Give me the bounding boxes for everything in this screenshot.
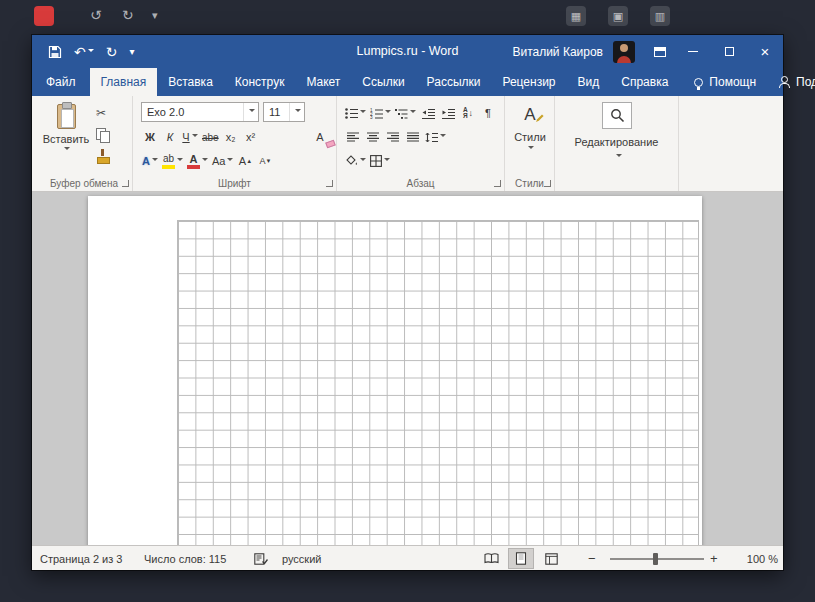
show-marks-button[interactable]: ¶ bbox=[479, 103, 497, 123]
titlebar[interactable]: ↶ ↻ ▾ Lumpics.ru - Word Виталий Каиров × bbox=[32, 35, 783, 68]
share-button[interactable]: Поделиться bbox=[767, 68, 815, 96]
close-icon: × bbox=[761, 43, 770, 60]
align-left-button[interactable] bbox=[344, 127, 362, 147]
tab-mailings[interactable]: Рассылки bbox=[416, 68, 492, 96]
zoom-level[interactable]: 100 % bbox=[734, 546, 778, 571]
justify-button[interactable] bbox=[404, 127, 422, 147]
maximize-icon bbox=[725, 47, 734, 56]
assistant-button[interactable]: Помощн bbox=[683, 68, 767, 96]
increase-indent-button[interactable] bbox=[439, 103, 457, 123]
highlight-color-button[interactable]: ab bbox=[161, 151, 184, 171]
numbering-button[interactable]: 123 bbox=[369, 103, 392, 123]
zoom-slider[interactable] bbox=[610, 546, 704, 571]
sort-button[interactable]: АЯ↓ bbox=[459, 103, 477, 123]
format-painter-button[interactable] bbox=[96, 148, 122, 165]
maximize-button[interactable] bbox=[711, 35, 747, 68]
borders-button[interactable] bbox=[369, 151, 391, 171]
font-size-combo[interactable]: 11 bbox=[263, 102, 305, 122]
italic-button[interactable]: К bbox=[161, 127, 179, 147]
cut-button[interactable]: ✂ bbox=[96, 104, 122, 121]
print-layout-button[interactable] bbox=[508, 546, 534, 571]
text-effects-button[interactable]: А bbox=[141, 151, 159, 171]
redo-button[interactable]: ↻ bbox=[106, 45, 118, 59]
subscript-button[interactable]: х₂ bbox=[222, 127, 240, 147]
change-case-button[interactable]: Aa bbox=[211, 151, 234, 171]
save-icon[interactable] bbox=[48, 45, 62, 59]
document-page[interactable] bbox=[88, 196, 702, 545]
proofing-button[interactable] bbox=[254, 546, 268, 571]
shading-dropdown-icon bbox=[360, 158, 366, 164]
tab-home[interactable]: Главная bbox=[90, 68, 158, 96]
paste-button[interactable]: Вставить bbox=[42, 101, 90, 173]
word-count[interactable]: Число слов: 115 bbox=[144, 546, 226, 571]
close-button[interactable]: × bbox=[747, 35, 783, 68]
tab-view[interactable]: Вид bbox=[567, 68, 611, 96]
align-center-button[interactable] bbox=[364, 127, 382, 147]
svg-text:3: 3 bbox=[370, 115, 373, 119]
assistant-label: Помощн bbox=[709, 75, 756, 89]
shading-button[interactable] bbox=[344, 151, 367, 171]
find-button[interactable] bbox=[602, 102, 632, 129]
highlight-color-bar bbox=[162, 165, 175, 169]
line-spacing-button[interactable] bbox=[424, 127, 447, 147]
styles-dialog-launcher[interactable] bbox=[544, 180, 551, 187]
editing-dropdown-icon[interactable] bbox=[616, 154, 622, 160]
grow-font-button[interactable]: А▲ bbox=[236, 151, 254, 171]
quick-access-toolbar: ↶ ↻ ▾ bbox=[48, 35, 135, 68]
multilevel-list-button[interactable] bbox=[394, 103, 417, 123]
clear-formatting-button[interactable]: А bbox=[311, 127, 329, 147]
tab-insert[interactable]: Вставка bbox=[157, 68, 224, 96]
page-indicator[interactable]: Страница 2 из 3 bbox=[40, 546, 122, 571]
font-name-dropdown-icon[interactable] bbox=[243, 103, 258, 121]
bold-button[interactable]: Ж bbox=[141, 127, 159, 147]
shrink-font-button[interactable]: А▼ bbox=[256, 151, 274, 171]
strikethrough-button[interactable]: abe bbox=[201, 127, 220, 147]
tab-help[interactable]: Справка bbox=[610, 68, 679, 96]
undo-icon: ↶ bbox=[74, 45, 86, 59]
desktop-background: ↺ ↻ ▾ ▦ ▣ ▥ ↶ ↻ ▾ Lumpics.ru - Word Вита… bbox=[0, 0, 815, 602]
zoom-out-button[interactable]: − bbox=[588, 546, 606, 571]
group-font: Exo 2.0 11 Ж К Ч abe х₂ х² А bbox=[133, 96, 337, 191]
background-panel-icon: ▥ bbox=[650, 6, 670, 26]
tab-layout[interactable]: Макет bbox=[295, 68, 351, 96]
read-mode-button[interactable] bbox=[478, 546, 504, 571]
underline-button[interactable]: Ч bbox=[181, 127, 199, 147]
customize-qat-button[interactable]: ▾ bbox=[129, 47, 134, 57]
tab-design[interactable]: Конструк bbox=[224, 68, 296, 96]
tab-review[interactable]: Рецензир bbox=[491, 68, 566, 96]
decrease-indent-button[interactable] bbox=[419, 103, 437, 123]
ribbon-display-options-button[interactable] bbox=[645, 35, 675, 68]
superscript-button[interactable]: х² bbox=[242, 127, 260, 147]
language-indicator[interactable]: русский bbox=[282, 546, 321, 571]
zoom-in-button[interactable]: + bbox=[710, 546, 728, 571]
paste-label: Вставить bbox=[43, 133, 90, 145]
minimize-button[interactable] bbox=[675, 35, 711, 68]
font-dialog-launcher[interactable] bbox=[326, 180, 333, 187]
align-right-button[interactable] bbox=[384, 127, 402, 147]
copy-button[interactable] bbox=[96, 126, 122, 143]
sort-arrow-icon: ↓ bbox=[469, 108, 474, 118]
styles-button[interactable]: А Стили bbox=[508, 101, 552, 173]
redo-icon: ↻ bbox=[106, 45, 118, 59]
styles-button-label: Стили bbox=[514, 131, 546, 143]
font-color-button[interactable]: А bbox=[186, 151, 209, 171]
zoom-slider-handle[interactable] bbox=[653, 553, 658, 565]
font-color-dropdown-icon bbox=[202, 158, 208, 164]
tab-references[interactable]: Ссылки bbox=[351, 68, 415, 96]
numbering-dropdown-icon bbox=[385, 110, 391, 116]
bullets-button[interactable] bbox=[344, 103, 367, 123]
minimize-icon bbox=[688, 51, 698, 52]
change-case-label: Aa bbox=[212, 155, 225, 167]
paragraph-dialog-launcher[interactable] bbox=[494, 180, 501, 187]
account-avatar[interactable] bbox=[613, 41, 635, 63]
font-size-value: 11 bbox=[269, 106, 280, 118]
undo-button[interactable]: ↶ bbox=[74, 45, 94, 59]
account-name[interactable]: Виталий Каиров bbox=[512, 45, 603, 59]
clipboard-dialog-launcher[interactable] bbox=[122, 180, 129, 187]
proofing-icon bbox=[254, 553, 268, 565]
font-size-dropdown-icon[interactable] bbox=[289, 103, 304, 121]
web-layout-button[interactable] bbox=[538, 546, 564, 571]
multilevel-dropdown-icon bbox=[410, 110, 416, 116]
font-name-combo[interactable]: Exo 2.0 bbox=[141, 102, 259, 122]
tab-file[interactable]: Файл bbox=[32, 68, 90, 96]
